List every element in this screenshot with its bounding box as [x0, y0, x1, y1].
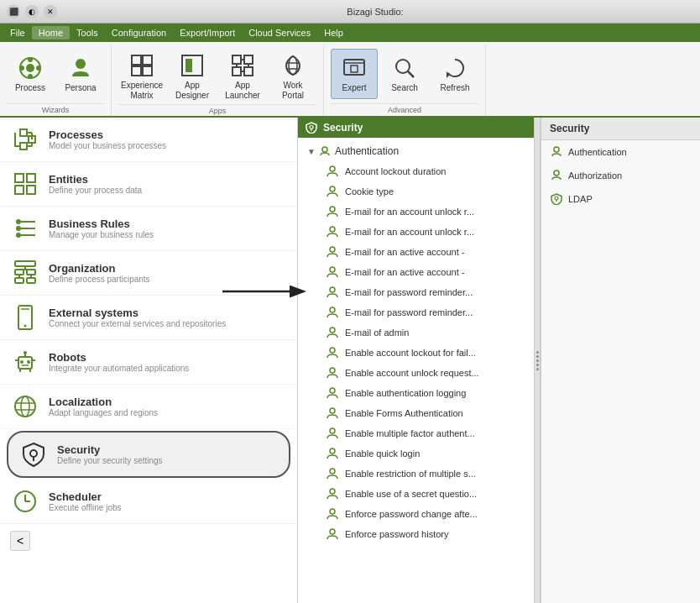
ribbon-btn-refresh[interactable]: Refresh — [431, 49, 478, 99]
list-item[interactable]: E-mail for password reminder... — [298, 302, 534, 322]
svg-marker-29 — [447, 71, 450, 78]
svg-rect-50 — [15, 278, 24, 283]
sidebar-item-scheduler[interactable]: Scheduler Execute offline jobs — [0, 480, 297, 524]
item-icon — [325, 184, 340, 199]
list-item[interactable]: E-mail of admin — [298, 322, 534, 343]
collapse-btn[interactable]: < — [10, 531, 30, 551]
title-icon-3[interactable]: ✕ — [44, 5, 57, 18]
menu-item-home[interactable]: Home — [32, 26, 70, 39]
list-item[interactable]: E-mail for password reminder... — [298, 282, 534, 302]
svg-point-1 — [26, 64, 34, 72]
menu-item-file[interactable]: File — [3, 26, 32, 39]
list-item[interactable]: Enable use of a secret questio... — [298, 484, 534, 504]
menu-item-cloud-services[interactable]: Cloud Services — [242, 26, 317, 39]
svg-point-66 — [24, 351, 27, 354]
menu-item-tools[interactable]: Tools — [70, 26, 105, 39]
ribbon-btn-process[interactable]: Process — [7, 49, 54, 99]
right-panel-item-authorization[interactable]: Authorization — [541, 164, 700, 187]
ribbon-btn-expert[interactable]: Expert — [331, 49, 378, 99]
external-systems-icon — [10, 302, 40, 333]
item-icon — [325, 426, 340, 441]
item-label: E-mail for an active account - — [345, 267, 464, 277]
svg-point-95 — [330, 368, 335, 373]
sidebar-title-business-rules: Business Rules — [49, 218, 154, 230]
svg-point-27 — [396, 60, 410, 73]
title-icon-1[interactable]: ⬛ — [7, 5, 20, 18]
title-icon-2[interactable]: ◐ — [25, 5, 39, 18]
sidebar-item-external-systems[interactable]: External systems Connect your external s… — [0, 296, 297, 340]
svg-point-43 — [16, 233, 21, 238]
sidebar-item-processes[interactable]: Processes Model your business processes — [0, 118, 297, 162]
list-item[interactable]: Enable authentication logging — [298, 383, 534, 403]
sidebar-item-localization[interactable]: Localization Adapt languages and regions — [0, 385, 297, 429]
item-icon — [325, 406, 340, 421]
security-icon — [18, 439, 49, 469]
svg-point-85 — [330, 166, 335, 171]
list-item[interactable]: E-mail for an active account - — [298, 262, 534, 282]
sidebar-item-entities[interactable]: Entities Define your process data — [0, 162, 297, 207]
sidebar-item-business-rules[interactable]: Business Rules Manage your business rule… — [0, 207, 297, 251]
sidebar-item-robots[interactable]: Robots Integrate your automated applicat… — [0, 340, 297, 385]
tree-header-title: Security — [323, 122, 363, 134]
list-item[interactable]: Enable quick login — [298, 443, 534, 464]
menu-item-export-import[interactable]: Export/Import — [173, 26, 242, 39]
business-rules-icon — [10, 213, 40, 244]
right-panel-item-label: LDAP — [568, 194, 593, 204]
list-item[interactable]: Account lockout duration — [298, 161, 534, 181]
ribbon-btn-experience-matrix[interactable]: Experience Matrix — [118, 49, 165, 104]
ribbon-btn-app-launcher[interactable]: App Launcher — [219, 49, 266, 104]
ribbon-btn-app-designer[interactable]: App Designer — [169, 49, 216, 104]
right-panel-title: Security — [541, 118, 700, 140]
tree-body: ▼ Authentication Account locko — [298, 138, 534, 603]
list-item[interactable]: Enable restriction of multiple s... — [298, 464, 534, 484]
tree-header: Security — [298, 118, 534, 138]
sidebar-subtitle-robots: Integrate your automated applications — [49, 364, 189, 373]
svg-point-104 — [554, 147, 559, 152]
ribbon-btn-search[interactable]: Search — [381, 49, 428, 99]
svg-point-86 — [330, 186, 335, 191]
svg-point-2 — [28, 57, 33, 62]
menu-item-help[interactable]: Help — [317, 26, 350, 39]
list-item[interactable]: Enable account unlock request... — [298, 363, 534, 383]
sidebar-subtitle-processes: Model your business processes — [49, 141, 166, 150]
sidebar-title-processes: Processes — [49, 128, 166, 141]
list-item[interactable]: Enable account lockout for fail... — [298, 343, 534, 363]
panel-divider[interactable] — [534, 118, 541, 603]
sidebar: Processes Model your business processes … — [0, 118, 298, 603]
svg-rect-51 — [27, 278, 35, 283]
item-label: Enable restriction of multiple s... — [345, 469, 476, 479]
svg-rect-32 — [20, 143, 27, 149]
right-panel-item-ldap[interactable]: LDAP — [541, 187, 700, 211]
ribbon-btn-persona[interactable]: Persona — [57, 49, 104, 99]
sidebar-item-organization[interactable]: Organization Define process participants — [0, 251, 297, 296]
svg-point-103 — [330, 529, 335, 534]
menu-item-configuration[interactable]: Configuration — [105, 26, 173, 39]
svg-point-90 — [330, 267, 335, 272]
svg-point-102 — [330, 509, 335, 514]
list-item[interactable]: E-mail for an active account - — [298, 242, 534, 262]
list-item[interactable]: E-mail for an account unlock r... — [298, 202, 534, 222]
tree-section-authentication[interactable]: ▼ Authentication — [298, 141, 534, 161]
svg-point-71 — [15, 396, 35, 417]
svg-point-6 — [76, 59, 86, 69]
svg-rect-15 — [232, 67, 241, 76]
svg-point-98 — [330, 428, 335, 433]
sidebar-item-security[interactable]: Security Define your security settings — [7, 431, 290, 478]
svg-rect-26 — [351, 66, 358, 72]
list-item[interactable]: Enable multiple factor authent... — [298, 423, 534, 443]
svg-rect-16 — [244, 67, 253, 76]
svg-line-28 — [408, 71, 414, 77]
list-item[interactable]: Enable Forms Authentication — [298, 403, 534, 423]
list-item[interactable]: Enforce password history — [298, 524, 534, 544]
svg-rect-39 — [15, 186, 24, 194]
list-item[interactable]: Cookie type — [298, 181, 534, 202]
list-item[interactable]: E-mail for an account unlock r... — [298, 222, 534, 242]
ribbon-btn-work-portal[interactable]: Work Portal — [269, 49, 316, 104]
svg-point-63 — [27, 360, 30, 364]
sidebar-title-security: Security — [57, 443, 163, 456]
right-panel-item-authentication[interactable]: Authentication — [541, 140, 700, 164]
item-icon — [325, 486, 340, 501]
list-item[interactable]: Enforce password change afte... — [298, 504, 534, 524]
sidebar-title-entities: Entities — [49, 173, 142, 186]
right-panel: Security Authentication Authorization — [541, 118, 700, 603]
